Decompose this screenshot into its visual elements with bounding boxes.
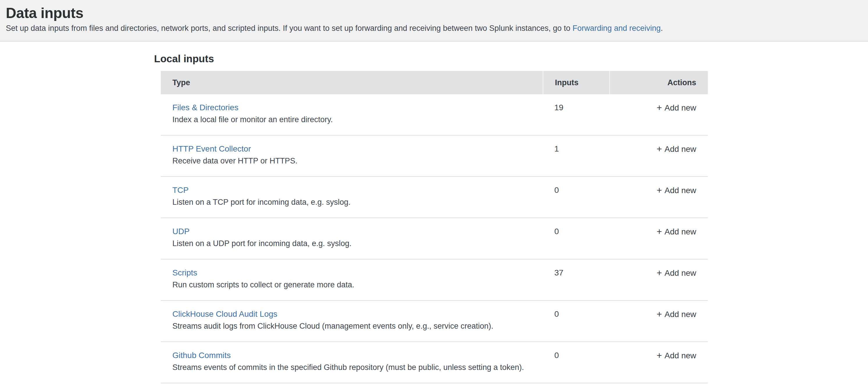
actions-cell: +Add new <box>609 227 708 248</box>
add-new-link[interactable]: +Add new <box>657 310 696 319</box>
actions-cell: +Add new <box>609 268 708 290</box>
type-cell: ClickHouse Cloud Audit Logs Streams audi… <box>161 309 543 331</box>
actions-cell: +Add new <box>609 144 708 166</box>
type-cell: TCP Listen on a TCP port for incoming da… <box>161 185 543 207</box>
subtitle-period: . <box>661 24 663 33</box>
inputs-count: 0 <box>543 227 609 248</box>
type-cell: HTTP Event Collector Receive data over H… <box>161 144 543 166</box>
plus-icon: + <box>657 227 662 237</box>
input-type-description: Streams events of commits in the specifi… <box>173 362 543 372</box>
plus-icon: + <box>657 351 662 361</box>
add-new-link[interactable]: +Add new <box>657 227 696 236</box>
inputs-count: 0 <box>543 309 609 331</box>
add-new-link[interactable]: +Add new <box>657 145 696 154</box>
input-type-link[interactable]: ClickHouse Cloud Audit Logs <box>173 309 277 319</box>
plus-icon: + <box>657 144 662 154</box>
column-header-actions: Actions <box>609 71 708 94</box>
inputs-count: 1 <box>543 144 609 166</box>
add-new-label: Add new <box>664 186 696 195</box>
type-cell: Github Commits Streams events of commits… <box>161 351 543 372</box>
section-heading: Local inputs <box>154 53 868 65</box>
add-new-link[interactable]: +Add new <box>657 268 696 277</box>
page-subtitle: Set up data inputs from files and direct… <box>6 23 856 33</box>
inputs-count: 0 <box>543 185 609 207</box>
table-header-row: Type Inputs Actions <box>161 71 708 94</box>
plus-icon: + <box>657 103 662 113</box>
table-row: TCP Listen on a TCP port for incoming da… <box>161 177 708 218</box>
input-type-description: Receive data over HTTP or HTTPS. <box>173 156 543 166</box>
plus-icon: + <box>657 185 662 196</box>
add-new-link[interactable]: +Add new <box>657 186 696 195</box>
add-new-label: Add new <box>664 268 696 277</box>
input-type-link[interactable]: UDP <box>173 227 189 236</box>
type-cell: Scripts Run custom scripts to collect or… <box>161 268 543 290</box>
inputs-count: 37 <box>543 268 609 290</box>
inputs-count: 19 <box>543 103 609 124</box>
type-cell: Files & Directories Index a local file o… <box>161 103 543 124</box>
add-new-label: Add new <box>664 227 696 236</box>
subtitle-text: Set up data inputs from files and direct… <box>6 24 573 33</box>
column-header-inputs: Inputs <box>543 71 609 94</box>
add-new-label: Add new <box>664 351 696 360</box>
input-type-description: Index a local file or monitor an entire … <box>173 115 543 124</box>
plus-icon: + <box>657 309 662 319</box>
table-row: Scripts Run custom scripts to collect or… <box>161 260 708 301</box>
add-new-label: Add new <box>664 310 696 319</box>
add-new-label: Add new <box>664 145 696 154</box>
actions-cell: +Add new <box>609 309 708 331</box>
input-type-link[interactable]: TCP <box>173 185 189 195</box>
inputs-count: 0 <box>543 351 609 372</box>
plus-icon: + <box>657 268 662 278</box>
page-header: Data inputs Set up data inputs from file… <box>0 0 868 41</box>
column-header-type: Type <box>161 71 543 94</box>
page-title: Data inputs <box>6 5 856 22</box>
actions-cell: +Add new <box>609 103 708 124</box>
table-row: Github Commits Streams events of commits… <box>161 342 708 383</box>
input-type-description: Run custom scripts to collect or generat… <box>173 280 543 290</box>
input-type-description: Listen on a UDP port for incoming data, … <box>173 239 543 248</box>
actions-cell: +Add new <box>609 185 708 207</box>
table-row: UDP Listen on a UDP port for incoming da… <box>161 218 708 260</box>
input-type-link[interactable]: Github Commits <box>173 351 231 360</box>
local-inputs-section: Local inputs Type Inputs Actions Files &… <box>0 41 868 383</box>
input-type-description: Listen on a TCP port for incoming data, … <box>173 197 543 207</box>
table-row: ClickHouse Cloud Audit Logs Streams audi… <box>161 301 708 342</box>
input-type-link[interactable]: Scripts <box>173 268 197 278</box>
table-row: HTTP Event Collector Receive data over H… <box>161 136 708 177</box>
inputs-table: Type Inputs Actions Files & Directories … <box>161 71 708 383</box>
type-cell: UDP Listen on a UDP port for incoming da… <box>161 227 543 248</box>
input-type-description: Streams audit logs from ClickHouse Cloud… <box>173 321 543 331</box>
add-new-link[interactable]: +Add new <box>657 351 696 360</box>
table-body: Files & Directories Index a local file o… <box>161 94 708 383</box>
input-type-link[interactable]: Files & Directories <box>173 103 238 113</box>
actions-cell: +Add new <box>609 351 708 372</box>
input-type-link[interactable]: HTTP Event Collector <box>173 144 251 154</box>
add-new-label: Add new <box>664 103 696 112</box>
add-new-link[interactable]: +Add new <box>657 103 696 112</box>
table-row: Files & Directories Index a local file o… <box>161 94 708 136</box>
forwarding-receiving-link[interactable]: Forwarding and receiving <box>573 24 661 33</box>
